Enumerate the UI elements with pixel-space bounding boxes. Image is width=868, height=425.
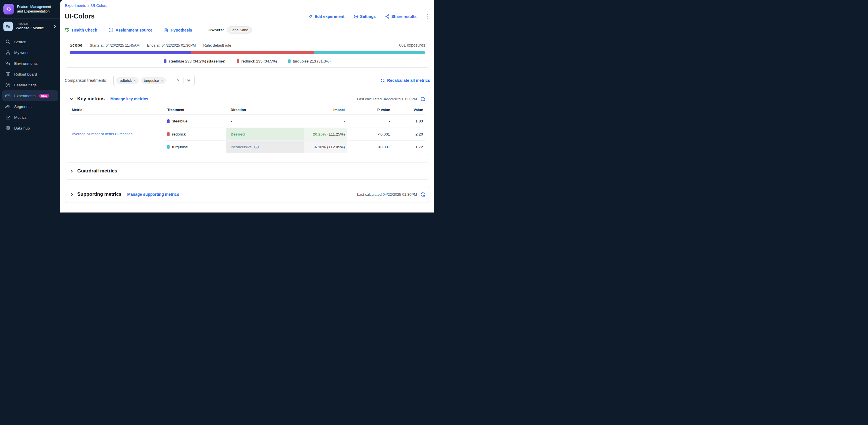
breadcrumb-experiments-link[interactable]: Experiments (65, 3, 86, 8)
expand-supporting-metrics-icon[interactable] (70, 192, 74, 196)
sidebar-item-my-work[interactable]: My work (2, 47, 58, 58)
project-switcher[interactable]: W/ PROJECT Website / Mobile (0, 19, 60, 34)
column-pvalue: P-value (347, 108, 392, 112)
bullseye-icon (108, 28, 113, 32)
app-logo-icon (3, 4, 14, 14)
sidebar-item-data-hub[interactable]: Data hub (2, 123, 58, 133)
sidebar-item-search[interactable]: Search (2, 36, 58, 47)
sidebar-item-segments[interactable]: Segments (2, 101, 58, 112)
hypothesis-link[interactable]: Hypothesis (164, 28, 192, 32)
treatment-cell-steelblue: steelblue (165, 115, 226, 127)
owners-label: Owners: (209, 28, 224, 32)
sidebar-item-feature-flags[interactable]: Feature flags (2, 80, 58, 90)
remove-redbrick-icon[interactable]: × (134, 79, 136, 83)
health-check-link[interactable]: Health Check (65, 28, 97, 32)
scope-rule: Rule: default rule (203, 43, 231, 48)
legend-swatch (164, 59, 166, 63)
ruler-icon (5, 93, 10, 98)
refresh-supporting-metrics-icon[interactable] (421, 192, 425, 197)
sidebar-item-rollout-board[interactable]: Rollout board (2, 69, 58, 80)
chevron-down-icon[interactable] (186, 79, 191, 82)
remove-turquoise-icon[interactable]: × (161, 79, 163, 83)
sidebar-item-label: My work (14, 51, 28, 55)
expand-guardrail-metrics-icon[interactable] (70, 169, 74, 173)
exposures-count: 681 exposures (399, 43, 425, 48)
treatment-swatch (167, 132, 169, 136)
recalculate-label: Recalculate all metrics (387, 78, 430, 83)
impact-cell-inconclusive: -6.10% (±12.05%) (304, 140, 347, 153)
share-results-label: Share results (392, 14, 417, 19)
sidebar-item-label: Segments (14, 104, 32, 109)
app-brand: Feature Management and Experimentation (0, 0, 60, 19)
collapse-key-metrics-icon[interactable] (70, 97, 74, 101)
sidebar-item-environments[interactable]: Environments (2, 58, 58, 69)
treatment-cell-redbrick: redbrick (165, 127, 226, 140)
key-metrics-table: Metric Treatment Direction Impact P-valu… (70, 105, 425, 153)
assignment-source-link[interactable]: Assignment source (108, 28, 153, 32)
sidebar-item-label: Search (14, 40, 26, 44)
breadcrumb-separator: / (88, 3, 89, 8)
sidebar-item-experiments[interactable]: Experiments NEW (2, 90, 58, 101)
refresh-key-metrics-icon[interactable] (421, 97, 425, 101)
guardrail-metrics-title: Guardrail metrics (77, 168, 117, 174)
recalculate-all-metrics-button[interactable]: Recalculate all metrics (381, 78, 430, 83)
guardrail-metrics-card: Guardrail metrics (65, 162, 430, 180)
line-chart-icon (5, 115, 10, 120)
sidebar-item-metrics[interactable]: Metrics (2, 112, 58, 123)
breadcrumb-current-link[interactable]: UI-Colors (91, 3, 107, 8)
more-options-button[interactable] (426, 13, 430, 19)
sidebar-item-label: Environments (14, 61, 38, 66)
heart-check-icon (65, 28, 70, 32)
breadcrumb: Experiments / UI-Colors (65, 3, 430, 8)
value-cell: 2.20 (392, 127, 425, 140)
value-cell: 1.83 (392, 115, 425, 127)
owner-chip[interactable]: Lena Sano (227, 26, 252, 33)
direction-cell-desired: Desired (226, 127, 304, 140)
column-treatment: Treatment (165, 108, 226, 112)
project-badge: W/ (3, 22, 13, 31)
chip-redbrick: redbrick× (116, 77, 139, 84)
supporting-metrics-title: Supporting metrics (77, 191, 122, 197)
sidebar-item-label: Feature flags (14, 83, 37, 87)
clear-selection-icon[interactable]: × (176, 78, 181, 83)
page-title: UI-Colors (65, 12, 95, 20)
project-name: Website / Mobile (16, 26, 50, 30)
project-label: PROJECT (16, 23, 50, 25)
impact-cell-desired: 20.25% (±11.25%) (304, 127, 347, 140)
chevron-right-icon (53, 24, 57, 28)
legend-swatch (237, 59, 239, 63)
sidebar-item-label: Experiments (14, 94, 35, 98)
settings-label: Settings (360, 14, 376, 19)
comparison-treatments-select[interactable]: redbrick× turquoise× × (113, 75, 194, 86)
edit-experiment-button[interactable]: Edit experiment (308, 14, 344, 19)
share-results-button[interactable]: Share results (385, 14, 417, 19)
settings-button[interactable]: Settings (353, 14, 376, 19)
last-calculated-text: Last calculated 04/22/2025 01:30PM (357, 192, 417, 196)
treatment-swatch (167, 145, 169, 149)
bar-segment-redbrick (191, 51, 314, 54)
gear-icon (353, 14, 358, 19)
question-circle-icon[interactable]: ? (254, 145, 259, 149)
share-icon (385, 14, 390, 19)
comparison-treatments-label: Comparison treatments (65, 78, 106, 83)
app-title: Feature Management and Experimentation (17, 4, 54, 14)
pvalue-cell: <0.001 (347, 140, 392, 153)
supporting-metrics-card: Supporting metrics Manage supporting met… (65, 186, 430, 203)
manage-key-metrics-link[interactable]: Manage key metrics (110, 97, 148, 101)
direction-cell-inconclusive: Inconclusive ? (226, 140, 304, 153)
direction-cell: - (226, 115, 304, 127)
columns-icon (5, 71, 10, 77)
table-header: Metric Treatment Direction Impact P-valu… (70, 105, 425, 115)
bar-segment-turquoise (314, 51, 425, 54)
legend-item-turquoise: turquoise 213 (31.3%) (288, 59, 331, 63)
column-value: Value (392, 108, 425, 112)
treatment-distribution-bar (70, 51, 425, 54)
metric-link[interactable]: Average Number of Items Purchased (72, 132, 133, 136)
assignment-source-label: Assignment source (116, 28, 153, 32)
people-icon (5, 104, 10, 110)
manage-supporting-metrics-link[interactable]: Manage supporting metrics (127, 192, 179, 196)
bar-segment-steelblue (70, 51, 191, 54)
search-icon (5, 39, 10, 44)
treatment-swatch (167, 119, 169, 123)
impact-cell: - (304, 115, 347, 127)
